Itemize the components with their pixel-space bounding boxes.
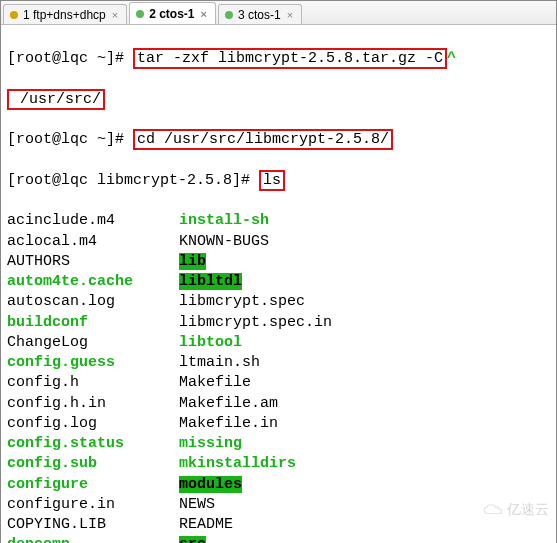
file-entry: configure.in <box>7 496 115 513</box>
file-entry: src <box>179 536 206 543</box>
list-row: config.submkinstalldirs <box>7 454 550 474</box>
file-entry: autom4te.cache <box>7 273 133 290</box>
terminal-output[interactable]: [root@lqc ~]# tar -zxf libmcrypt-2.5.8.t… <box>1 25 556 543</box>
list-row: configuremodules <box>7 475 550 495</box>
file-entry: acinclude.m4 <box>7 212 115 229</box>
list-row: configure.inNEWS <box>7 495 550 515</box>
terminal-window: 1 ftp+dns+dhcp × 2 ctos-1 × 3 ctos-1 × [… <box>0 0 557 543</box>
close-icon[interactable]: × <box>287 9 293 21</box>
line-wrap-icon: ^ <box>447 50 456 67</box>
status-dot-icon <box>225 11 233 19</box>
status-dot-icon <box>136 10 144 18</box>
file-entry: config.status <box>7 435 124 452</box>
file-entry: NEWS <box>179 496 215 513</box>
list-row: buildconflibmcrypt.spec.in <box>7 313 550 333</box>
list-row: config.logMakefile.in <box>7 414 550 434</box>
file-entry: modules <box>179 476 242 493</box>
list-row: acinclude.m4install-sh <box>7 211 550 231</box>
file-entry: libmcrypt.spec <box>179 293 305 310</box>
file-entry: configure <box>7 476 88 493</box>
file-entry: buildconf <box>7 314 88 331</box>
list-row: depcompsrc <box>7 535 550 543</box>
file-entry: COPYING.LIB <box>7 516 106 533</box>
watermark: 亿速云 <box>482 501 549 519</box>
prompt: [root@lqc libmcrypt-2.5.8]# <box>7 172 250 189</box>
list-row: COPYING.LIBREADME <box>7 515 550 535</box>
tab-label: 2 ctos-1 <box>149 7 194 21</box>
highlighted-command: tar -zxf libmcrypt-2.5.8.tar.gz -C <box>133 48 447 69</box>
highlighted-command: ls <box>259 170 285 191</box>
status-dot-icon <box>10 11 18 19</box>
close-icon[interactable]: × <box>112 9 118 21</box>
list-row: ChangeLoglibtool <box>7 333 550 353</box>
cloud-icon <box>482 503 504 517</box>
tab-1[interactable]: 1 ftp+dns+dhcp × <box>3 4 127 24</box>
list-row: aclocal.m4KNOWN-BUGS <box>7 232 550 252</box>
file-entry: Makefile <box>179 374 251 391</box>
list-row: autoscan.loglibmcrypt.spec <box>7 292 550 312</box>
file-entry: Makefile.am <box>179 395 278 412</box>
tab-label: 1 ftp+dns+dhcp <box>23 8 106 22</box>
tab-bar: 1 ftp+dns+dhcp × 2 ctos-1 × 3 ctos-1 × <box>1 1 556 25</box>
file-entry: missing <box>179 435 242 452</box>
file-entry: libtool <box>179 334 242 351</box>
file-entry: install-sh <box>179 212 269 229</box>
file-entry: README <box>179 516 233 533</box>
file-entry: config.h.in <box>7 395 106 412</box>
tab-3[interactable]: 3 ctos-1 × <box>218 4 302 24</box>
file-entry: autoscan.log <box>7 293 115 310</box>
file-entry: lib <box>179 253 206 270</box>
list-row: config.statusmissing <box>7 434 550 454</box>
file-entry: KNOWN-BUGS <box>179 233 269 250</box>
file-entry: config.log <box>7 415 97 432</box>
file-entry: libltdl <box>179 273 242 290</box>
list-row: autom4te.cachelibltdl <box>7 272 550 292</box>
file-entry: depcomp <box>7 536 70 543</box>
prompt: [root@lqc ~]# <box>7 50 124 67</box>
prompt: [root@lqc ~]# <box>7 131 124 148</box>
file-entry: libmcrypt.spec.in <box>179 314 332 331</box>
file-entry: config.sub <box>7 455 97 472</box>
list-row: AUTHORSlib <box>7 252 550 272</box>
close-icon[interactable]: × <box>201 8 207 20</box>
file-entry: Makefile.in <box>179 415 278 432</box>
list-row: config.guessltmain.sh <box>7 353 550 373</box>
file-entry: ltmain.sh <box>179 354 260 371</box>
file-entry: aclocal.m4 <box>7 233 97 250</box>
list-row: config.hMakefile <box>7 373 550 393</box>
tab-label: 3 ctos-1 <box>238 8 281 22</box>
file-entry: config.h <box>7 374 79 391</box>
watermark-text: 亿速云 <box>507 501 549 519</box>
file-entry: ChangeLog <box>7 334 88 351</box>
file-entry: AUTHORS <box>7 253 70 270</box>
file-entry: config.guess <box>7 354 115 371</box>
highlighted-command: cd /usr/src/libmcrypt-2.5.8/ <box>133 129 393 150</box>
ls-listing: acinclude.m4install-shaclocal.m4KNOWN-BU… <box>7 211 550 543</box>
file-entry: mkinstalldirs <box>179 455 296 472</box>
tab-2[interactable]: 2 ctos-1 × <box>129 2 216 24</box>
highlighted-command: /usr/src/ <box>7 89 105 110</box>
list-row: config.h.inMakefile.am <box>7 394 550 414</box>
